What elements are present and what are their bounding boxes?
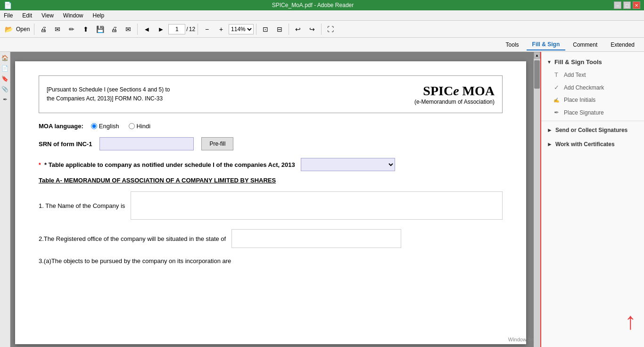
open-button[interactable]: 📂 <box>2 23 15 36</box>
menu-help[interactable]: Help <box>91 11 107 20</box>
sidebar-bookmarks-icon[interactable]: 🔖 <box>1 74 9 83</box>
menu-bar: File Edit View Window Help <box>0 10 644 21</box>
send-collect-arrow: ► <box>547 127 553 133</box>
add-text-icon: T <box>553 71 560 78</box>
print2-button[interactable]: 🖨 <box>107 23 121 36</box>
pdf-header-right: SPICe MOA (e-Memorandum of Association) <box>414 83 495 105</box>
table-applicable-row: * * Table applicable to company as notif… <box>39 158 503 171</box>
divider-4 <box>256 24 256 35</box>
pdf-viewer: ▲ [Pursuant to Schedule I (see Sections … <box>10 52 540 347</box>
work-certs-section[interactable]: ► Work with Certificates <box>541 137 644 151</box>
registered-office-input[interactable] <box>231 229 401 248</box>
header-line1: [Pursuant to Schedule I (see Sections 4 … <box>47 85 170 94</box>
pdf-header-left: [Pursuant to Schedule I (see Sections 4 … <box>47 85 170 103</box>
divider-2 <box>137 24 138 35</box>
red-arrow-annotation: ↑ <box>625 309 636 333</box>
page-total: 12 <box>189 26 195 33</box>
fill-sign-header[interactable]: ▼ Fill & Sign Tools <box>541 56 644 68</box>
place-initials-item[interactable]: ✍ Place Initials <box>541 94 644 106</box>
menu-view[interactable]: View <box>40 11 56 20</box>
add-text-label: Add Text <box>564 72 586 78</box>
add-checkmark-item[interactable]: ✓ Add Checkmark <box>541 81 644 94</box>
moa-language-row: MOA language: English Hindi <box>39 123 503 130</box>
edit-button[interactable]: ✏ <box>65 23 78 36</box>
close-button[interactable]: ✕ <box>633 1 640 9</box>
table-applicable-select[interactable] <box>301 158 395 171</box>
english-radio[interactable] <box>91 123 97 129</box>
fill-sign-arrow: ▼ <box>547 59 552 65</box>
print-button[interactable]: 🖨 <box>37 23 50 36</box>
menu-edit[interactable]: Edit <box>20 11 34 20</box>
sidebar-sign-icon[interactable]: ✒ <box>1 95 9 104</box>
right-panel: ▼ Fill & Sign Tools T Add Text ✓ Add Che… <box>540 52 644 347</box>
email-button[interactable]: ✉ <box>51 23 64 36</box>
subtitle: (e-Memorandum of Association) <box>414 99 495 105</box>
prefill-button[interactable]: Pre-fill <box>201 137 233 150</box>
hindi-option[interactable]: Hindi <box>129 123 151 130</box>
page-separator: / <box>186 26 188 33</box>
zoom-out-button[interactable]: − <box>200 23 214 36</box>
forward-button[interactable]: ↪ <box>305 23 319 36</box>
sidebar-attach-icon[interactable]: 📎 <box>1 85 9 93</box>
page-number-input[interactable] <box>168 24 185 34</box>
sidebar-pages-icon[interactable]: 📄 <box>1 64 9 73</box>
left-sidebar: 🏠 📄 🔖 📎 ✒ <box>0 52 10 347</box>
prev-page-button[interactable]: ◄ <box>140 23 153 36</box>
srn-input[interactable] <box>99 137 194 150</box>
place-signature-label: Place Signature <box>564 109 604 116</box>
company-name-row: 1. The Name of the Company is <box>39 191 503 220</box>
divider-1 <box>34 24 34 35</box>
back-button[interactable]: ↩ <box>291 23 305 36</box>
toolbar: 📂 Open 🖨 ✉ ✏ ⬆ 💾 🖨 ✉ ◄ ► / 12 − + 114% 1… <box>0 21 644 38</box>
table-a-heading: Table A- MEMORANDUM OF ASSOCIATION OF A … <box>39 177 503 184</box>
tab-fill-sign[interactable]: Fill & Sign <box>527 39 566 50</box>
tab-comment[interactable]: Comment <box>567 40 603 50</box>
fullscreen-button[interactable]: ⛶ <box>324 23 337 36</box>
objects-label: 3.(a)The objects to be pursued by the co… <box>39 257 503 264</box>
language-radio-group: English Hindi <box>91 123 150 130</box>
main-content: 🏠 📄 🔖 📎 ✒ ▲ [Pursuant to Schedule I (see… <box>0 52 644 347</box>
add-checkmark-icon: ✓ <box>553 84 560 91</box>
company-name-input[interactable] <box>131 191 503 220</box>
divider-5 <box>289 24 289 35</box>
scrollbar[interactable]: ▲ <box>534 52 540 347</box>
zoom-select[interactable]: 114% 100% 75% 150% <box>229 24 254 34</box>
moa-language-label: MOA language: <box>39 123 83 130</box>
minimize-button[interactable]: – <box>614 1 621 9</box>
fit-width-button[interactable]: ⊟ <box>273 23 286 36</box>
send-collect-section[interactable]: ► Send or Collect Signatures <box>541 123 644 137</box>
menu-file[interactable]: File <box>2 11 15 20</box>
zoom-in-button[interactable]: + <box>215 23 228 36</box>
required-star: * <box>39 162 41 168</box>
fit-page-button[interactable]: ⊡ <box>259 23 272 36</box>
divider-3 <box>198 24 198 35</box>
window-title: SPICe_MoA.pdf - Adobe Reader <box>272 2 354 8</box>
place-signature-icon: ✒ <box>553 109 560 116</box>
divider-6 <box>321 24 322 35</box>
table-note-text: * Table applicable to company as notifie… <box>44 161 295 168</box>
place-signature-item[interactable]: ✒ Place Signature <box>541 106 644 119</box>
maximize-button[interactable]: ◻ <box>623 1 631 9</box>
next-page-button[interactable]: ► <box>154 23 167 36</box>
menu-window[interactable]: Window <box>61 11 85 20</box>
work-certs-label: Work with Certificates <box>555 141 615 148</box>
header-line2: the Companies Act, 2013)] FORM NO. INC-3… <box>47 94 170 103</box>
fill-sign-title: Fill & Sign Tools <box>554 58 602 66</box>
english-label: English <box>99 123 119 130</box>
save-button[interactable]: 💾 <box>93 23 107 36</box>
spice-moa-title: SPICe MOA <box>414 83 495 99</box>
srn-row: SRN of form INC-1 Pre-fill <box>39 137 503 150</box>
scroll-thumb[interactable] <box>534 60 540 89</box>
hindi-radio[interactable] <box>129 123 135 129</box>
sidebar-home-icon[interactable]: 🏠 <box>1 54 9 62</box>
tab-extended[interactable]: Extended <box>605 40 640 50</box>
scroll-up[interactable]: ▲ <box>534 52 540 58</box>
upload-button[interactable]: ⬆ <box>79 23 92 36</box>
add-text-item[interactable]: T Add Text <box>541 68 644 81</box>
srn-label: SRN of form INC-1 <box>39 140 92 148</box>
mail2-button[interactable]: ✉ <box>122 23 135 36</box>
english-option[interactable]: English <box>91 123 119 130</box>
pdf-page: [Pursuant to Schedule I (see Sections 4 … <box>15 61 526 344</box>
open-label: Open <box>16 26 30 33</box>
tab-tools[interactable]: Tools <box>500 40 525 50</box>
